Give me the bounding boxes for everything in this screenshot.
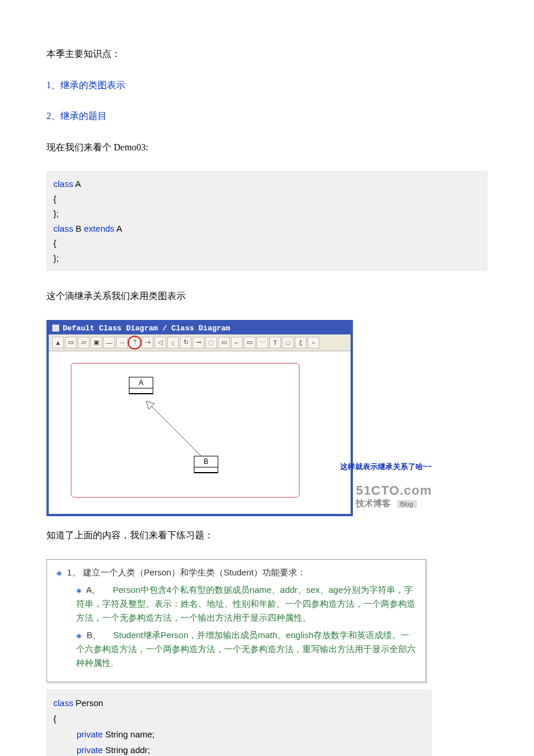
exercise-item-b: ◈ B、 Student继承Person，并增加输出成员math、english…: [76, 628, 416, 670]
tool-comp-icon[interactable]: ▭: [244, 337, 255, 348]
code-text: B: [73, 224, 84, 233]
class-box-b-label: B: [194, 456, 218, 467]
outline-point-2: 2、继承的题目: [46, 109, 488, 124]
kw-extends: extends: [84, 224, 115, 233]
kw-class: class: [53, 698, 73, 708]
diagram-toolbar: ▲ ▭ ▱ ▣ — → ⇡ ⇢ ◁ ↕ ↻ ⊸ ◌ ▭ ⌐ ▭ ⋯ T □ ξ …: [49, 334, 351, 351]
code-text: {: [53, 711, 425, 726]
kw-class: class: [53, 179, 73, 189]
watermark-chip: Blog: [397, 500, 417, 508]
exercise-main: ◈ 1、 建立一个人类（Person）和学生类（Student）功能要求：: [56, 566, 416, 579]
class-box-a[interactable]: A: [129, 377, 153, 394]
tool-xi-icon[interactable]: ξ: [295, 337, 306, 348]
kw-private: private: [77, 729, 103, 739]
tool-box-icon[interactable]: ▭: [218, 337, 230, 348]
diagram-title-text: Default Class Diagram / Class Diagram: [63, 324, 230, 333]
tool-depend-icon[interactable]: ⇢: [142, 337, 153, 348]
diagram-annotation: 这样就表示继承关系了哈~~: [340, 462, 432, 472]
tool-lolli-icon[interactable]: ⊸: [193, 337, 204, 348]
diagram-titlebar: Default Class Diagram / Class Diagram: [49, 322, 351, 334]
code-text: String name;: [103, 729, 154, 739]
class-diagram-editor: Default Class Diagram / Class Diagram ▲ …: [46, 320, 353, 516]
exercise-a-lead: A、: [86, 585, 100, 595]
exercise-intro-line: 知道了上面的内容，我们来看下练习题：: [46, 528, 488, 543]
tool-text-icon[interactable]: T: [269, 337, 281, 348]
section-heading: 本季主要知识点：: [46, 46, 488, 62]
selection-rect: [71, 363, 300, 498]
code-text: {: [53, 192, 481, 207]
bullet-diamond-icon: ◈: [76, 630, 82, 642]
watermark-site: 51CTO.com: [356, 483, 432, 498]
demo-intro-line: 现在我们来看个 Demo03:: [46, 140, 488, 155]
code-text: };: [53, 251, 481, 266]
watermark: 51CTO.com 技术博客 Blog: [356, 483, 432, 509]
exercise-a-body: Person中包含4个私有型的数据成员name、addr、sex、age分别为字…: [76, 585, 416, 622]
code-block-demo03: class A { }; class B extends A { };: [46, 171, 488, 271]
window-icon: [52, 325, 59, 332]
exercise-b-body: Student继承Person，并增加输出成员math、english存放数学和…: [76, 630, 416, 668]
tool-arrow-icon[interactable]: →: [116, 337, 128, 348]
tool-rect-icon[interactable]: ▭: [65, 337, 77, 348]
bullet-diamond-icon: ◈: [76, 585, 82, 597]
tool-assoc-icon[interactable]: ↕: [167, 337, 179, 348]
code-text: String addr;: [103, 745, 150, 755]
exercise-main-text: 1、 建立一个人类（Person）和学生类（Student）功能要求：: [67, 567, 306, 577]
tool-sq-icon[interactable]: □: [282, 337, 294, 348]
tool-note-icon[interactable]: ▱: [78, 337, 89, 348]
code-text: };: [53, 206, 481, 221]
tool-dot-icon[interactable]: ▫: [308, 337, 319, 348]
code-text: A: [114, 224, 122, 233]
code-text: {: [53, 236, 481, 251]
tool-more-icon[interactable]: ⋯: [257, 337, 268, 348]
tool-pointer-icon[interactable]: ▲: [52, 337, 64, 348]
tool-inherit-icon[interactable]: ⇡: [129, 337, 140, 348]
watermark-sub: 技术博客: [356, 498, 391, 508]
kw-class: class: [53, 224, 73, 233]
kw-private: private: [77, 745, 103, 755]
class-box-b[interactable]: B: [194, 456, 218, 473]
exercise-item-a: ◈ A、 Person中包含4个私有型的数据成员name、addr、sex、ag…: [76, 583, 416, 625]
code-text: A: [73, 179, 81, 189]
code-block-person: class Person { private String name; priv…: [46, 689, 432, 756]
outline-point-1: 1、继承的类图表示: [46, 78, 488, 93]
exercise-b-lead: B、: [86, 630, 101, 640]
tool-realize-icon[interactable]: ◁: [154, 337, 166, 348]
code-text: Person: [73, 698, 103, 708]
diagram-canvas[interactable]: A B 这样就表示继承关系了哈~~ 51CTO.com 技术博客 Blog: [49, 351, 351, 514]
bullet-diamond-icon: ◈: [56, 567, 62, 579]
tool-refresh-icon[interactable]: ↻: [180, 337, 192, 348]
tool-folder-icon[interactable]: ▣: [91, 337, 102, 348]
tool-align-icon[interactable]: ⌐: [231, 337, 243, 348]
tool-line-icon[interactable]: —: [103, 337, 115, 348]
exercise-box: ◈ 1、 建立一个人类（Person）和学生类（Student）功能要求： ◈ …: [46, 559, 426, 682]
diagram-intro-line: 这个滴继承关系我们来用类图表示: [46, 289, 488, 304]
class-box-a-label: A: [129, 377, 153, 388]
tool-drop-icon[interactable]: ◌: [205, 337, 217, 348]
